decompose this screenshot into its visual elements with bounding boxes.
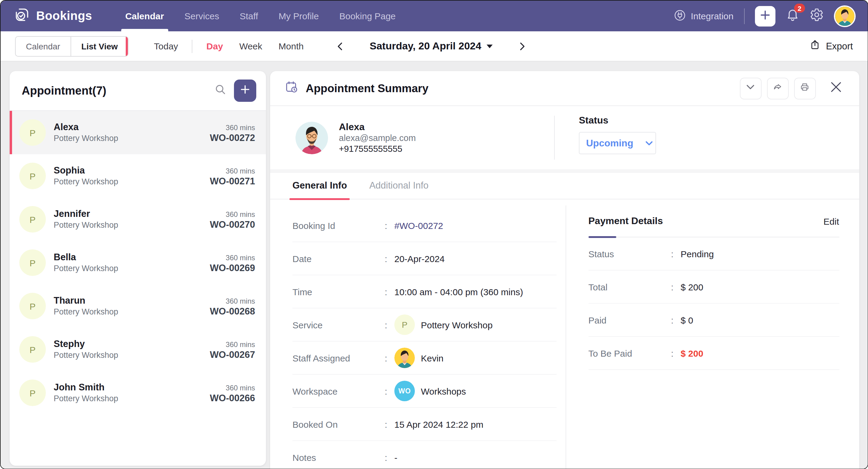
next-day-button[interactable] [514, 39, 530, 54]
main-area: Appointment(7) P Alexa Pottery Worksho [1, 62, 867, 468]
notifications-button[interactable]: 2 [785, 8, 799, 24]
export-button[interactable]: Export [809, 39, 853, 53]
service-initial-avatar: P [19, 336, 46, 363]
booking-details: Booking Id : #WO-00272 Date : 20-Apr-202… [292, 209, 557, 468]
appointment-item-jennifer[interactable]: P Jennifer Pottery Workshop 360 mins WO-… [10, 198, 266, 241]
nav-tab-my-profile[interactable]: My Profile [268, 1, 329, 31]
settings-button[interactable] [809, 8, 824, 24]
tab-additional-info[interactable]: Additional Info [369, 180, 429, 199]
view-toggle-list[interactable]: List View [70, 36, 128, 56]
plus-icon [760, 9, 770, 23]
add-appointment-button[interactable] [234, 79, 256, 102]
colon: : [385, 287, 394, 297]
colon: : [671, 348, 681, 358]
nav-tab-booking-page[interactable]: Booking Page [329, 1, 406, 31]
prev-day-button[interactable] [332, 39, 348, 54]
customer-name: Stephy [54, 339, 85, 349]
service-initial-avatar: P [19, 119, 46, 146]
nav-tab-calendar[interactable]: Calendar [115, 1, 174, 31]
print-button[interactable] [794, 77, 815, 99]
colon: : [385, 452, 394, 462]
share-button[interactable] [767, 77, 788, 99]
export-label: Export [826, 41, 853, 52]
row-label: Booked On [292, 419, 385, 429]
appointment-item-john-smith[interactable]: P John Smith Pottery Workshop 360 mins W… [10, 371, 266, 414]
service-initial-avatar: P [19, 379, 46, 406]
payment-edit-link[interactable]: Edit [824, 216, 839, 226]
payment-total-value: $ 200 [681, 282, 703, 292]
row-label: Total [589, 282, 671, 292]
row-value: 10:00 am - 04:00 pm (360 mins) [394, 287, 523, 297]
duration: 360 mins [226, 210, 255, 219]
range-week[interactable]: Week [239, 41, 262, 51]
duration: 360 mins [226, 254, 255, 262]
service-name: Pottery Workshop [54, 177, 118, 186]
duration: 360 mins [226, 167, 255, 175]
integration-button[interactable]: Integration [673, 9, 734, 23]
customer-phone: +917555555555 [339, 144, 402, 153]
colon: : [385, 386, 394, 396]
service-name: Pottery Workshop [54, 221, 118, 230]
status-dropdown[interactable]: Upcoming [579, 132, 656, 154]
payment-details: Payment Details Edit Status : Pending To… [589, 209, 839, 468]
row-label: Workspace [292, 386, 385, 396]
customer-info: Alexa alexa@sample.com +917555555555 [339, 122, 416, 154]
today-button[interactable]: Today [154, 41, 178, 51]
duration: 360 mins [226, 384, 255, 392]
current-date-label: Saturday, 20 April 2024 [370, 40, 481, 53]
view-toggle-calendar[interactable]: Calendar [16, 36, 70, 56]
detail-row-time: Time : 10:00 am - 04:00 pm (360 mins) [292, 275, 557, 308]
service-initial-avatar: P [19, 293, 46, 319]
appointment-item-stephy[interactable]: P Stephy Pottery Workshop 360 mins WO-00… [10, 328, 266, 371]
service-initial-avatar: P [394, 314, 415, 335]
payment-title: Payment Details [589, 216, 663, 227]
integration-label: Integration [691, 11, 734, 21]
collapse-button[interactable] [740, 77, 761, 99]
section-separator [270, 169, 859, 173]
create-new-button[interactable] [755, 6, 775, 26]
appointments-header: Appointment(7) [10, 71, 266, 111]
info-tabs: General Info Additional Info [270, 173, 859, 199]
customer-name: Sophia [54, 165, 85, 175]
brand-name: Bookings [36, 9, 92, 23]
service-initial-avatar: P [19, 249, 46, 276]
colon: : [385, 353, 394, 363]
range-month[interactable]: Month [279, 41, 304, 51]
booking-id: WO-00266 [210, 393, 255, 403]
close-button[interactable] [824, 76, 848, 100]
appointment-item-sophia[interactable]: P Sophia Pottery Workshop 360 mins WO-00… [10, 154, 266, 198]
customer-avatar [296, 122, 328, 154]
service-name: Pottery Workshop [54, 264, 118, 273]
customer-name: John Smith [54, 382, 104, 392]
colon: : [671, 248, 681, 259]
user-avatar[interactable] [834, 5, 855, 27]
appointment-item-tharun[interactable]: P Tharun Pottery Workshop 360 mins WO-00… [10, 284, 266, 328]
row-value: 20-Apr-2024 [394, 253, 445, 264]
notification-badge: 2 [795, 4, 805, 13]
date-picker[interactable]: Saturday, 20 April 2024 [370, 40, 493, 53]
booking-id: WO-00272 [210, 133, 255, 143]
detail-row-staff: Staff Assigned : [292, 342, 557, 375]
detail-row-workspace: Workspace : WO Workshops [292, 375, 557, 408]
search-button[interactable] [210, 80, 230, 101]
appointment-summary-panel: Appointment Summary [270, 71, 859, 468]
booking-id: WO-00270 [210, 219, 255, 230]
range-tabs: Day Week Month [207, 41, 304, 51]
row-value: Kevin [421, 353, 443, 363]
appointment-item-bella[interactable]: P Bella Pottery Workshop 360 mins WO-002… [10, 241, 266, 284]
tab-general-info[interactable]: General Info [292, 180, 347, 199]
service-name: Pottery Workshop [54, 350, 118, 360]
booking-id-link[interactable]: #WO-00272 [394, 220, 443, 230]
nav-tab-services[interactable]: Services [174, 1, 229, 31]
range-day[interactable]: Day [207, 41, 223, 51]
appointment-item-alexa[interactable]: P Alexa Pottery Workshop 360 mins WO-002… [10, 111, 266, 154]
payment-row-to-be-paid: To Be Paid : $ 200 [589, 337, 839, 370]
customer-status-divider [554, 116, 555, 160]
duration: 360 mins [226, 340, 255, 349]
nav-tab-staff[interactable]: Staff [229, 1, 268, 31]
service-initial-avatar: P [19, 163, 46, 189]
detail-row-notes: Notes : - [292, 441, 557, 468]
colon: : [671, 315, 681, 325]
summary-actions [740, 76, 848, 100]
service-name: Pottery Workshop [54, 394, 118, 403]
